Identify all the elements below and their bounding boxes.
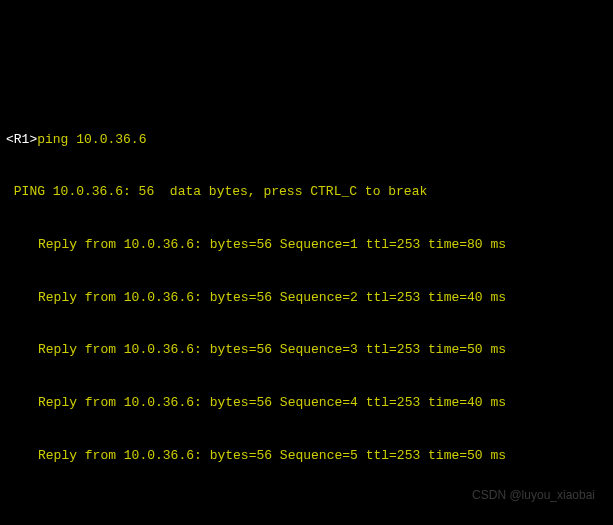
prompt: <R1>: [6, 132, 37, 147]
terminal-output: <R1>ping 10.0.36.6 PING 10.0.36.6: 56 da…: [6, 78, 607, 525]
ping-reply: Reply from 10.0.36.6: bytes=56 Sequence=…: [6, 289, 607, 307]
blank-line: [6, 499, 607, 517]
ping-reply: Reply from 10.0.36.6: bytes=56 Sequence=…: [6, 447, 607, 465]
command-text: ping 10.0.36.6: [37, 132, 146, 147]
ping-reply: Reply from 10.0.36.6: bytes=56 Sequence=…: [6, 236, 607, 254]
ping-reply: Reply from 10.0.36.6: bytes=56 Sequence=…: [6, 394, 607, 412]
ping-reply: Reply from 10.0.36.6: bytes=56 Sequence=…: [6, 341, 607, 359]
ping-header: PING 10.0.36.6: 56 data bytes, press CTR…: [6, 183, 607, 201]
